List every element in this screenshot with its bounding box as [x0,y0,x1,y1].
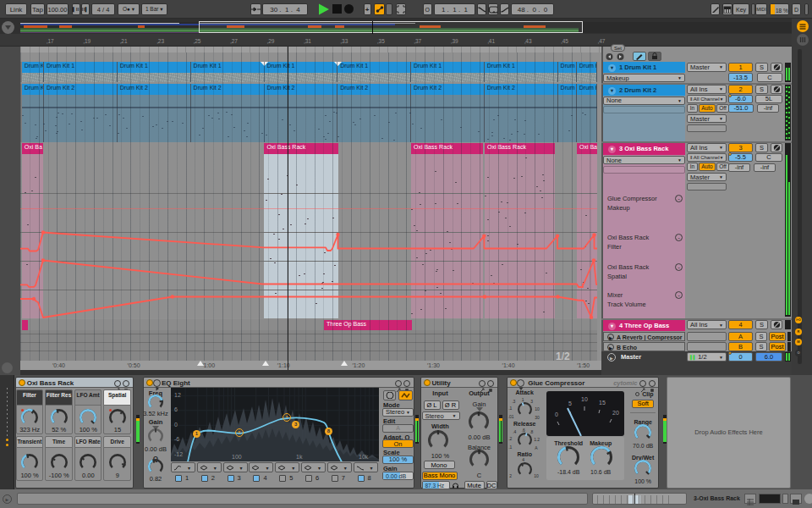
svg-text:0: 0 [555,411,558,417]
svg-text:10: 10 [581,396,588,402]
svg-text:20: 20 [612,410,619,416]
svg-text:15: 15 [599,400,606,406]
svg-text:5: 5 [568,400,572,406]
